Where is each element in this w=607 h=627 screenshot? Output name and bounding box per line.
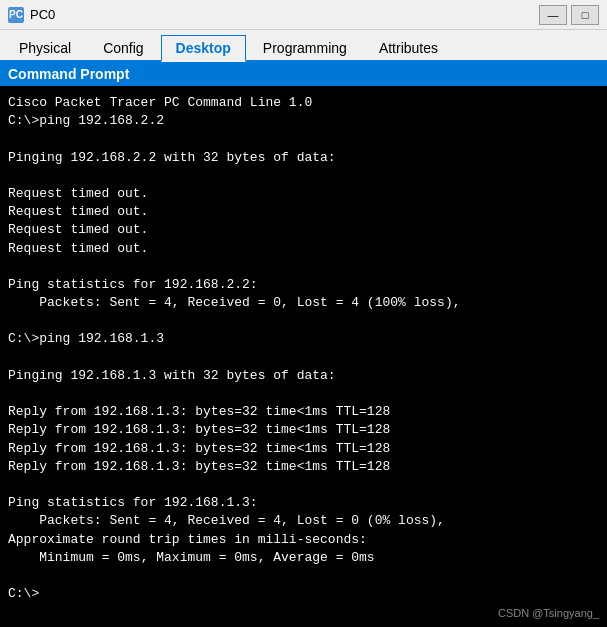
tab-desktop[interactable]: Desktop bbox=[161, 35, 246, 62]
panel-title-bar: Command Prompt bbox=[0, 62, 607, 86]
tab-config[interactable]: Config bbox=[88, 35, 158, 60]
panel-title: Command Prompt bbox=[8, 66, 129, 82]
tab-attributes[interactable]: Attributes bbox=[364, 35, 453, 60]
window: PC PC0 — □ Physical Config Desktop Progr… bbox=[0, 0, 607, 627]
tab-bar: Physical Config Desktop Programming Attr… bbox=[0, 30, 607, 62]
terminal[interactable]: Cisco Packet Tracer PC Command Line 1.0 … bbox=[0, 86, 607, 627]
maximize-button[interactable]: □ bbox=[571, 5, 599, 25]
title-bar-controls: — □ bbox=[539, 5, 599, 25]
window-title: PC0 bbox=[30, 7, 539, 22]
minimize-button[interactable]: — bbox=[539, 5, 567, 25]
title-bar: PC PC0 — □ bbox=[0, 0, 607, 30]
window-icon: PC bbox=[8, 7, 24, 23]
terminal-output: Cisco Packet Tracer PC Command Line 1.0 … bbox=[8, 94, 599, 603]
tab-programming[interactable]: Programming bbox=[248, 35, 362, 60]
watermark: CSDN @Tsingyang_ bbox=[498, 607, 599, 619]
content-area: Command Prompt Cisco Packet Tracer PC Co… bbox=[0, 62, 607, 627]
tab-physical[interactable]: Physical bbox=[4, 35, 86, 60]
